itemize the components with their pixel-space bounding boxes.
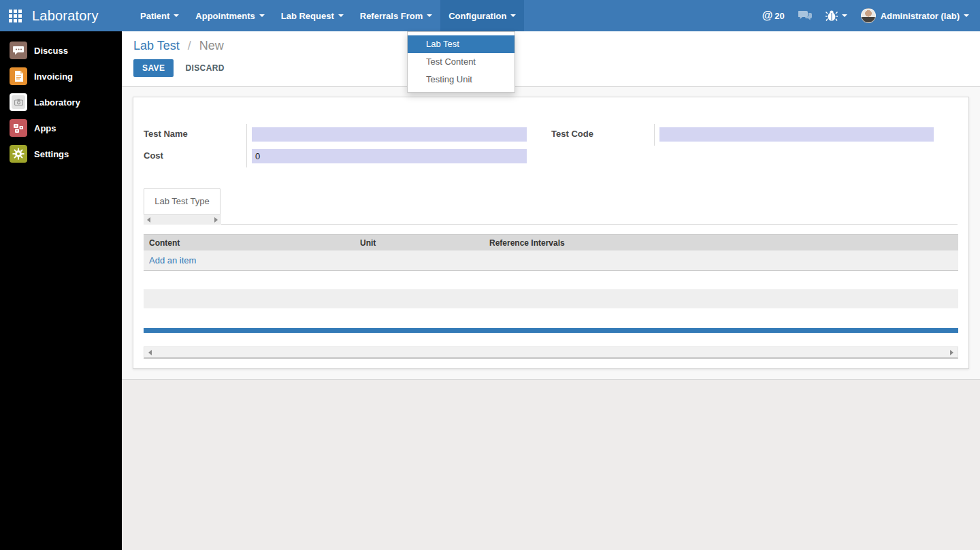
avatar [861, 8, 876, 23]
menu-patient[interactable]: Patient [132, 0, 187, 31]
app-sidebar: Discuss Invoicing Laboratory Apps Settin… [0, 31, 122, 550]
add-an-item-link[interactable]: Add an item [149, 255, 196, 265]
navbar-right: @ 20 [762, 8, 969, 23]
chevron-down-icon [174, 14, 179, 17]
form-view: Test Name Cost Test Code Lab Test Type [122, 87, 980, 380]
breadcrumb-current: New [199, 39, 224, 52]
tab-lab-test-type[interactable]: Lab Test Type [144, 188, 220, 215]
chevron-down-icon [427, 14, 432, 17]
table-header-row: Content Unit Reference Intervals [144, 234, 958, 250]
empty-content-area [122, 380, 980, 550]
sidebar-item-label: Settings [34, 149, 69, 159]
test-name-label: Test Name [144, 124, 247, 146]
apps-grid-icon[interactable] [9, 10, 22, 22]
test-code-input[interactable] [659, 127, 934, 142]
chevron-down-icon [510, 14, 516, 17]
sidebar-item-label: Apps [34, 123, 56, 133]
chevron-down-icon [259, 14, 265, 17]
at-icon: @ [762, 10, 773, 22]
brand-zone: Laboratory [0, 8, 122, 24]
field-row-test-code: Test Code [551, 124, 934, 146]
sidebar-item-settings[interactable]: Settings [0, 141, 122, 167]
dropdown-item-testing-unit[interactable]: Testing Unit [408, 71, 514, 88]
test-name-input[interactable] [252, 127, 527, 142]
scroll-right-icon[interactable] [214, 217, 218, 223]
page: { "colors": { "navbar": "#3d7ab6", "navb… [0, 0, 980, 550]
control-panel: Lab Test / New SAVE DISCARD [122, 31, 980, 87]
action-buttons: SAVE DISCARD [133, 59, 980, 77]
sidebar-item-label: Discuss [34, 46, 68, 56]
table-add-row: Add an item [144, 250, 958, 271]
mention-count: 20 [774, 11, 784, 21]
dropdown-item-lab-test[interactable]: Lab Test [408, 35, 514, 53]
menu-referrals-from[interactable]: Referrals From [352, 0, 440, 31]
column-header-reference-intervals[interactable]: Reference Intervals [484, 238, 958, 248]
menu-appointments[interactable]: Appointments [187, 0, 272, 31]
scroll-left-icon[interactable] [148, 350, 152, 355]
invoicing-icon [10, 67, 27, 85]
apps-icon [10, 119, 27, 137]
cost-input[interactable] [252, 149, 527, 163]
scroll-left-icon[interactable] [147, 217, 150, 223]
field-row-cost: Cost [144, 146, 528, 167]
mentions-counter[interactable]: @ 20 [762, 10, 785, 22]
sidebar-item-invoicing[interactable]: Invoicing [0, 63, 122, 89]
bug-icon [826, 10, 838, 22]
chevron-down-icon [842, 14, 847, 17]
empty-list-strip [144, 289, 958, 308]
blue-separator-bar [144, 328, 958, 333]
column-header-content[interactable]: Content [144, 238, 355, 248]
user-name: Administrator (lab) [881, 11, 960, 21]
notebook-underline [144, 224, 958, 225]
scroll-right-icon[interactable] [950, 350, 953, 355]
chat-bubbles-icon [798, 10, 812, 21]
laboratory-icon [10, 93, 27, 111]
dropdown-item-test-content[interactable]: Test Content [408, 53, 514, 71]
menu-lab-request[interactable]: Lab Request [273, 0, 352, 31]
sidebar-item-apps[interactable]: Apps [0, 115, 122, 141]
form-group-left: Test Name Cost [144, 124, 528, 167]
form-sheet: Test Name Cost Test Code Lab Test Type [133, 97, 969, 369]
main-menu: Patient Appointments Lab Request Referra… [132, 0, 524, 31]
breadcrumb: Lab Test / New [133, 39, 980, 53]
sidebar-item-discuss[interactable]: Discuss [0, 37, 122, 63]
discard-button[interactable]: DISCARD [185, 63, 224, 73]
sidebar-item-label: Laboratory [34, 97, 80, 108]
app-title[interactable]: Laboratory [32, 8, 99, 24]
chat-button[interactable] [798, 10, 812, 21]
cost-label: Cost [144, 146, 247, 167]
sheet-horizontal-scrollbar[interactable] [144, 346, 958, 359]
main-content: Lab Test / New SAVE DISCARD Test Name Co… [122, 31, 980, 550]
top-navbar: Laboratory Patient Appointments Lab Requ… [0, 0, 980, 31]
tab-scrollbar[interactable] [144, 215, 221, 225]
settings-gear-icon [10, 145, 27, 163]
configuration-dropdown: Lab Test Test Content Testing Unit [407, 31, 515, 93]
breadcrumb-lab-test-link[interactable]: Lab Test [133, 39, 180, 52]
column-header-unit[interactable]: Unit [355, 238, 484, 248]
test-code-label: Test Code [551, 124, 655, 146]
chevron-down-icon [964, 14, 969, 17]
breadcrumb-separator: / [188, 39, 191, 52]
debug-menu-button[interactable] [826, 10, 847, 22]
field-row-test-name: Test Name [144, 124, 528, 146]
form-group-right: Test Code [551, 124, 934, 146]
sidebar-item-laboratory[interactable]: Laboratory [0, 89, 122, 115]
menu-configuration[interactable]: Configuration [440, 0, 524, 31]
save-button[interactable]: SAVE [133, 59, 174, 77]
discuss-icon [10, 42, 27, 59]
sidebar-item-label: Invoicing [34, 71, 73, 82]
user-menu[interactable]: Administrator (lab) [861, 8, 969, 23]
test-lines-table: Content Unit Reference Intervals Add an … [144, 234, 958, 271]
chevron-down-icon [338, 14, 344, 17]
